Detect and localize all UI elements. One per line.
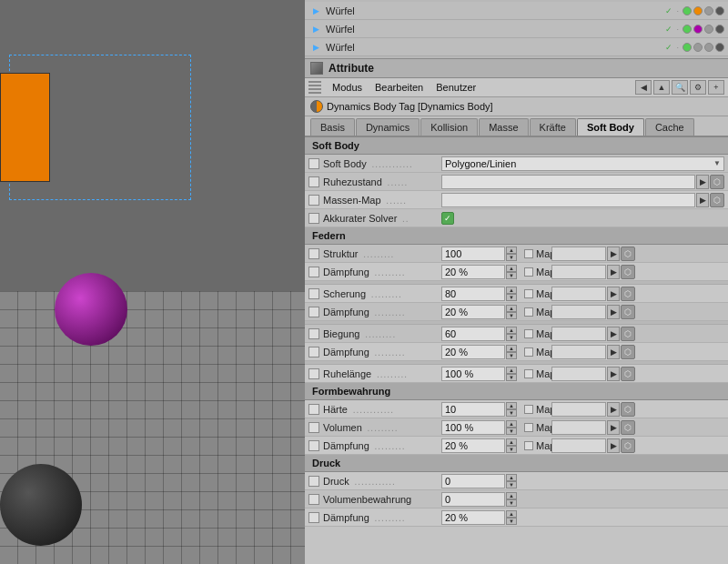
daempfung2-up[interactable]: ▲ (506, 305, 517, 312)
daempfung3-map-checkbox[interactable] (524, 347, 533, 357)
massen-map-arrow[interactable]: ▶ (696, 193, 709, 207)
druck-up[interactable]: ▲ (506, 474, 517, 481)
struktur-down[interactable]: ▼ (506, 254, 517, 261)
biegung-map-input[interactable] (551, 327, 606, 341)
daempfung2-down[interactable]: ▼ (506, 312, 517, 319)
haerte-map-input[interactable] (551, 402, 606, 417)
ruhelaenge-chain[interactable]: ⬡ (621, 367, 635, 381)
daempfung1-up[interactable]: ▲ (506, 265, 517, 272)
ruhelaenge-down[interactable]: ▼ (506, 374, 517, 381)
ruhelaenge-spinner[interactable]: ▲ ▼ (506, 367, 517, 381)
volumenbewahrung-spinner[interactable]: ▲ ▼ (506, 492, 517, 507)
druck-down[interactable]: ▼ (506, 481, 517, 488)
nav-back-button[interactable]: ◀ (635, 80, 652, 95)
volumen-map-input[interactable] (551, 420, 606, 435)
haerte-down[interactable]: ▼ (506, 409, 517, 417)
ruhelaenge-up[interactable]: ▲ (506, 367, 517, 374)
daempfung3-input[interactable]: 20 % (441, 345, 505, 359)
volumenbewahrung-down[interactable]: ▼ (506, 499, 517, 507)
scherung-map-checkbox[interactable] (524, 289, 533, 298)
scherung-arrow[interactable]: ▶ (607, 287, 620, 301)
daempfung3-up[interactable]: ▲ (506, 345, 517, 352)
massen-map-checkbox[interactable] (308, 195, 319, 206)
daempfung5-spinner[interactable]: ▲ ▼ (506, 510, 517, 525)
soft-body-dropdown[interactable]: Polygone/Linien ▼ (441, 156, 724, 171)
daempfung2-arrow[interactable]: ▶ (607, 305, 620, 319)
struktur-arrow[interactable]: ▶ (607, 247, 620, 261)
akkurater-solver-checkbox[interactable] (308, 213, 319, 224)
volumen-checkbox[interactable] (308, 422, 319, 433)
daempfung1-spinner[interactable]: ▲ ▼ (506, 265, 517, 279)
ruhelaenge-input[interactable]: 100 % (441, 367, 505, 381)
ruhezustand-input[interactable] (441, 175, 695, 189)
menu-benutzer[interactable]: Benutzer (430, 81, 481, 94)
struktur-up[interactable]: ▲ (506, 247, 517, 254)
tab-dynamics[interactable]: Dynamics (356, 118, 420, 136)
daempfung4-spinner[interactable]: ▲ ▼ (506, 438, 517, 453)
haerte-spinner[interactable]: ▲ ▼ (506, 402, 517, 417)
akkurater-solver-check[interactable]: ✓ (441, 212, 454, 225)
daempfung4-arrow[interactable]: ▶ (607, 438, 620, 453)
daempfung1-down[interactable]: ▼ (506, 272, 517, 279)
scherung-spinner[interactable]: ▲ ▼ (506, 287, 517, 301)
ruhezustand-arrow[interactable]: ▶ (696, 175, 709, 189)
tab-soft-body[interactable]: Soft Body (577, 118, 644, 136)
daempfung4-input[interactable]: 20 % (441, 438, 505, 453)
daempfung2-map-checkbox[interactable] (524, 307, 533, 317)
daempfung4-down[interactable]: ▼ (506, 446, 517, 453)
nav-forward-button[interactable]: ▲ (653, 80, 670, 95)
biegung-down[interactable]: ▼ (506, 334, 517, 341)
biegung-arrow[interactable]: ▶ (607, 327, 620, 341)
scherung-down[interactable]: ▼ (506, 294, 517, 301)
daempfung1-chain[interactable]: ⬡ (621, 265, 635, 279)
daempfung1-map-input[interactable] (551, 265, 606, 279)
daempfung1-map-checkbox[interactable] (524, 267, 533, 277)
haerte-input[interactable]: 10 (441, 402, 505, 417)
more-button[interactable]: + (708, 80, 724, 95)
scherung-map-input[interactable] (551, 287, 606, 301)
biegung-checkbox[interactable] (308, 328, 319, 339)
daempfung5-input[interactable]: 20 % (441, 510, 505, 525)
daempfung3-checkbox[interactable] (308, 347, 319, 358)
tab-masse[interactable]: Masse (479, 118, 528, 136)
haerte-map-checkbox[interactable] (524, 405, 533, 414)
settings-button[interactable]: ⚙ (690, 80, 706, 95)
ruhelaenge-map-input[interactable] (551, 367, 606, 381)
menu-modus[interactable]: Modus (327, 81, 368, 94)
scherung-checkbox[interactable] (308, 288, 319, 299)
volumen-up[interactable]: ▲ (506, 420, 517, 428)
daempfung5-checkbox[interactable] (308, 512, 319, 523)
ruhezustand-chain[interactable]: ⬡ (710, 175, 724, 189)
volumenbewahrung-input[interactable]: 0 (441, 492, 505, 507)
daempfung4-map-input[interactable] (551, 438, 606, 453)
ruhelaenge-checkbox[interactable] (308, 368, 319, 379)
soft-body-checkbox[interactable] (308, 158, 319, 169)
ruhezustand-checkbox[interactable] (308, 176, 319, 187)
scherung-chain[interactable]: ⬡ (621, 287, 635, 301)
daempfung2-chain[interactable]: ⬡ (621, 305, 635, 319)
daempfung2-checkbox[interactable] (308, 307, 319, 317)
volumen-input[interactable]: 100 % (441, 420, 505, 435)
object-row[interactable]: ▶ Würfel ✓ · (305, 38, 728, 56)
struktur-map-input[interactable] (551, 247, 606, 261)
daempfung2-map-input[interactable] (551, 305, 606, 319)
search-button[interactable]: 🔍 (672, 80, 688, 95)
tab-kraefte[interactable]: Kräfte (530, 118, 576, 136)
haerte-checkbox[interactable] (308, 404, 319, 415)
volumen-map-checkbox[interactable] (524, 423, 533, 432)
haerte-chain[interactable]: ⬡ (621, 402, 635, 417)
struktur-spinner[interactable]: ▲ ▼ (506, 247, 517, 261)
haerte-up[interactable]: ▲ (506, 402, 517, 409)
struktur-input[interactable]: 100 (441, 247, 505, 261)
biegung-chain[interactable]: ⬡ (621, 327, 635, 341)
biegung-input[interactable]: 60 (441, 327, 505, 341)
biegung-up[interactable]: ▲ (506, 327, 517, 334)
volumen-spinner[interactable]: ▲ ▼ (506, 420, 517, 435)
daempfung5-up[interactable]: ▲ (506, 510, 517, 518)
object-row[interactable]: ▶ Würfel ✓ · (305, 20, 728, 38)
massen-map-chain[interactable]: ⬡ (710, 193, 724, 207)
volumen-arrow[interactable]: ▶ (607, 420, 620, 435)
struktur-chain[interactable]: ⬡ (621, 247, 635, 261)
volumenbewahrung-checkbox[interactable] (308, 494, 319, 505)
daempfung3-map-input[interactable] (551, 345, 606, 359)
